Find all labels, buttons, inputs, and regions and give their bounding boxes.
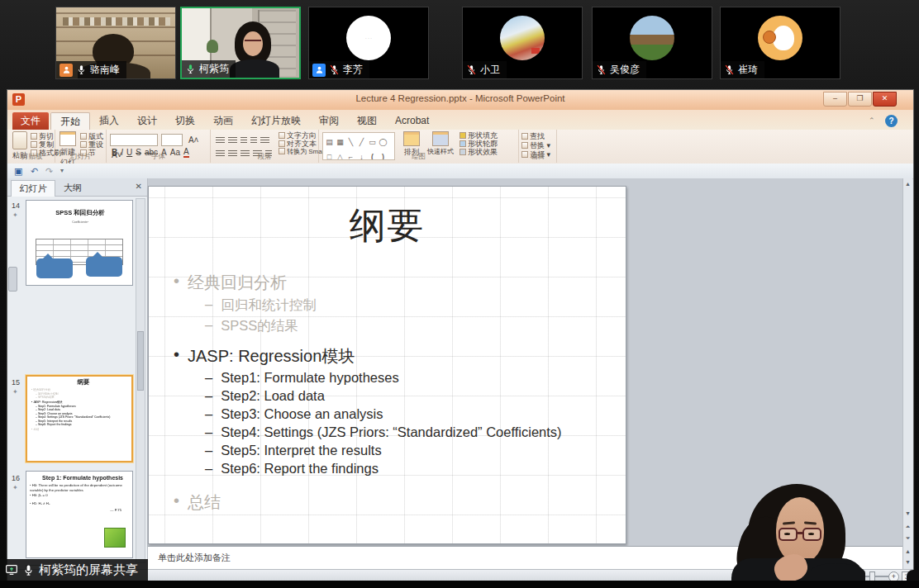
participant-name: 吴俊彦 — [610, 63, 640, 77]
presenter-glasses — [245, 40, 261, 46]
bullet-line: •JASP: Regression模块 — [174, 345, 626, 368]
text-direction-icon — [279, 132, 285, 139]
mic-muted-icon — [329, 64, 340, 75]
ribbon-group-drawing: ▤▦╲╱▭◯□△⌐↓(){}☆ 排列 快速样式 形状填充 形状轮廓 形状效果 绘… — [319, 130, 519, 163]
participant-tile-lifang[interactable]: · · · 李芳 — [308, 7, 429, 79]
books-decor — [63, 17, 170, 26]
thumbnail-slide-16[interactable]: Step 1: Formulate hypothesis • H0: There… — [26, 471, 133, 558]
participant-tile-xiaowei[interactable]: 小卫 — [462, 7, 583, 79]
presenter-shoulder-right — [811, 563, 865, 581]
arrange-icon — [403, 131, 420, 146]
tab-outline-pane[interactable]: 大纲 — [55, 180, 90, 196]
bullet-line: –Step2: Load data — [205, 388, 626, 404]
table-caption: Coefficientsᵃ — [26, 220, 133, 224]
ribbon-tabs-row: 文件 开始 插入 设计 切换 动画 幻灯片放映 审阅 视图 Acrobat ⌃ … — [7, 110, 913, 130]
participant-tile-kezijun-active-speaker[interactable]: 柯紫筠 — [180, 7, 301, 79]
bullet-line: •总结 — [174, 491, 626, 514]
layout-button[interactable]: 版式 — [80, 132, 103, 140]
bullet-line: –SPSS的结果 — [205, 317, 626, 335]
callout-bubble-right — [86, 257, 122, 277]
slide-number: 14 — [12, 202, 20, 210]
tab-slides-pane[interactable]: 幻灯片 — [11, 180, 55, 197]
bullets-button[interactable] — [216, 137, 225, 145]
slide-title: 纲要 — [149, 202, 626, 250]
slide-number: 15 — [12, 378, 20, 386]
tab-file[interactable]: 文件 — [12, 112, 49, 130]
shape-fill-button[interactable]: 形状填充 — [460, 131, 498, 140]
ribbon-group-clipboard: 粘贴 剪切 复制 格式刷 剪贴板 — [9, 130, 55, 163]
animation-star-icon[interactable]: ✦ — [12, 388, 18, 396]
find-button[interactable]: 查找 — [521, 132, 550, 141]
undo-icon[interactable]: ↶ — [31, 165, 38, 177]
panel-scrollbar-thumb[interactable] — [137, 331, 144, 391]
help-icon[interactable]: ? — [885, 115, 898, 127]
shape-outline-icon — [460, 140, 466, 147]
mic-muted-icon — [466, 64, 477, 75]
bullet-line: –Step1: Formulate hypotheses — [205, 370, 626, 386]
replace-icon — [521, 142, 528, 149]
panel-close-icon[interactable]: ✕ — [136, 182, 142, 191]
save-icon[interactable]: ▣ — [14, 165, 22, 177]
bullet-line: –回归和统计控制 — [205, 296, 626, 315]
align-text-icon — [279, 140, 285, 147]
rabbit-cartoon-avatar — [758, 16, 802, 60]
participant-name: 崔琦 — [738, 63, 758, 77]
participant-name-bar: 吴俊彦 — [593, 61, 646, 78]
collapse-ribbon-icon[interactable]: ⌃ — [869, 116, 875, 125]
panel-scrollbar[interactable] — [136, 198, 145, 563]
scrollbar-thumb[interactable] — [8, 267, 17, 292]
panel-tabs: 幻灯片 大纲 ✕ — [7, 178, 147, 197]
ribbon-group-font: A˄A˅ BIUSabcAAaA 字体 — [107, 130, 211, 163]
participant-tile-wujunyan[interactable]: 吴俊彦 — [592, 7, 712, 79]
meeting-screen: 骆南峰 柯紫筠 · · · 李芳 小卫 吴俊彦 — [0, 0, 919, 588]
tab-animations[interactable]: 动画 — [204, 112, 242, 130]
tab-home[interactable]: 开始 — [50, 112, 90, 130]
participant-tile-luonanfeng[interactable]: 骆南峰 — [55, 7, 176, 79]
numbering-button[interactable] — [228, 137, 237, 145]
bottom-bar — [0, 581, 919, 588]
decrease-indent-button[interactable] — [240, 137, 247, 145]
reset-button[interactable]: 重设 — [80, 140, 103, 149]
page-reference: — P.75 — [30, 508, 121, 512]
redo-icon[interactable]: ↷ — [45, 165, 53, 177]
mic-icon — [22, 564, 35, 576]
slide-editor[interactable]: 纲要 •经典回归分析 –回归和统计控制 –SPSS的结果 •JASP: Regr… — [148, 186, 626, 544]
participant-name-bar: 小卫 — [463, 61, 507, 78]
tab-acrobat[interactable]: Acrobat — [386, 112, 438, 130]
close-button[interactable]: ✕ — [873, 92, 897, 107]
tab-slideshow[interactable]: 幻灯片放映 — [242, 112, 310, 130]
participant-role-icon — [60, 64, 73, 77]
callout-bubble-left — [36, 258, 73, 278]
thumbnail-slide-14[interactable]: SPSS 和回归分析 Coefficientsᵃ — [26, 200, 133, 286]
shape-outline-button[interactable]: 形状轮廓 — [460, 140, 498, 148]
share-label-text: 柯紫筠的屏幕共享 — [39, 562, 138, 578]
participant-name: 李芳 — [343, 63, 363, 77]
tab-transitions[interactable]: 切换 — [166, 112, 204, 130]
qat-dropdown-icon[interactable]: ▾ — [60, 165, 64, 177]
tab-insert[interactable]: 插入 — [90, 112, 128, 130]
window-background — [182, 8, 212, 66]
replace-button[interactable]: 替换 ▾ — [521, 141, 550, 150]
participant-role-icon — [312, 64, 326, 77]
quick-styles-icon — [432, 131, 449, 146]
thumbnail-slide-15-selected[interactable]: 纲要 • 经典回归分析 – 回归和统计控制 – SPSS的结果 • JASP: … — [26, 375, 133, 462]
grow-font-button[interactable]: A˄ — [188, 135, 199, 145]
shape-fill-icon — [460, 132, 466, 139]
participant-name: 骆南峰 — [90, 63, 120, 77]
slides-panel: 幻灯片 大纲 ✕ 14 ✦ SPSS 和回归分析 Coefficientsᵃ 1… — [7, 178, 148, 569]
tab-view[interactable]: 视图 — [348, 112, 386, 130]
bullet-line: •经典回归分析 — [174, 272, 626, 294]
participant-name-bar: 李芳 — [309, 61, 369, 78]
scroll-up-icon[interactable]: ▲ — [904, 179, 912, 189]
ribbon-group-slides: 新建幻灯片 版式 重设 节 幻灯片 — [55, 130, 107, 163]
tab-review[interactable]: 审阅 — [310, 112, 348, 130]
campus-photo-avatar — [630, 16, 674, 60]
increase-indent-button[interactable] — [250, 137, 257, 145]
minimize-button[interactable]: – — [823, 92, 847, 107]
restore-button[interactable]: ❐ — [848, 92, 872, 107]
line-spacing-button[interactable] — [260, 137, 269, 145]
participant-tile-cuiqi[interactable]: 崔琦 — [720, 7, 840, 79]
tab-design[interactable]: 设计 — [128, 112, 166, 130]
animation-star-icon[interactable]: ✦ — [12, 211, 18, 219]
animation-star-icon[interactable]: ✦ — [12, 484, 18, 491]
